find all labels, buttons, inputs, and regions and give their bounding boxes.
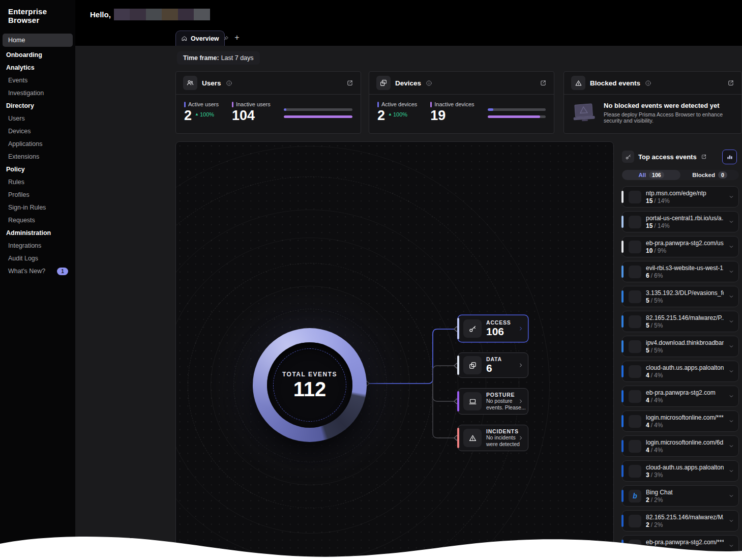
chevron-down-icon[interactable] [728,368,734,374]
sidebar-item-integrations[interactable]: Integrations [0,240,75,252]
blocked-count-badge: 0 [718,171,727,179]
sidebar-item-requests[interactable]: Requests [0,214,75,227]
incidents-label: INCIDENTS [486,428,513,434]
devices-card-title: Devices [395,79,421,87]
access-event-row[interactable]: eb-pra.panwpra-stg2.com/**** 2/2% [622,535,739,556]
chevron-down-icon[interactable] [728,293,734,300]
chevron-down-icon[interactable] [728,393,734,399]
users-icon [183,76,197,90]
chevron-down-icon[interactable] [728,543,734,549]
devices-card: Devices Active devices 2 ▲100% Inactive … [369,71,554,134]
sidebar-item-rules[interactable]: Rules [0,176,75,189]
sidebar-item-profiles[interactable]: Profiles [0,189,75,201]
sidebar-item-extensions[interactable]: Extensions [0,151,75,163]
node-access[interactable]: ACCESS 106 [458,315,528,342]
site-favicon [629,266,641,278]
users-ratio-bars [284,108,352,118]
chevron-down-icon[interactable] [728,269,734,275]
timeframe-label: Time frame: [183,54,219,62]
sidebar-item-investigation[interactable]: Investigation [0,87,75,100]
sidebar-section-directory: Directory [0,100,75,112]
sidebar-item-signin-rules[interactable]: Sign-in Rules [0,201,75,214]
chevron-right-icon [518,435,524,441]
info-icon[interactable] [226,80,232,86]
access-event-row[interactable]: b Bing Chat 2/2% [622,485,739,507]
new-tab-button[interactable]: + [231,32,243,44]
access-value: 106 [486,326,513,338]
chevron-down-icon[interactable] [728,468,734,474]
node-posture[interactable]: POSTURE No posture events. Please... [458,388,528,415]
sidebar-item-home[interactable]: Home [3,34,73,47]
access-event-row[interactable]: 3.135.192.3/DLP/evasions_fo... 5/5% [622,286,739,307]
key-icon [463,319,482,338]
sidebar-item-audit-logs[interactable]: Audit Logs [0,252,75,265]
total-events-label: TOTAL EVENTS [282,371,337,378]
access-label: ACCESS [486,319,513,326]
access-event-row[interactable]: cloud-auth.us.apps.paloaltone... 3/3% [622,460,739,482]
access-event-row[interactable]: eb-pra.panwpra-stg2.com/us... 10/9% [622,236,739,257]
chevron-right-icon [518,398,524,404]
sidebar-item-devices[interactable]: Devices [0,125,75,138]
timeframe-pill[interactable]: Time frame: Last 7 days [177,51,260,65]
info-icon[interactable] [426,80,432,86]
access-event-row[interactable]: 82.165.215.146/malwarez/P... 5/5% [622,311,739,332]
chevron-down-icon[interactable] [728,518,734,524]
greeting: Hello, [90,9,210,20]
sidebar-section-administration: Administration [0,227,75,240]
sidebar-item-users[interactable]: Users [0,112,75,125]
devices-ratio-bars [488,108,546,118]
chevron-down-icon[interactable] [728,443,734,449]
node-data[interactable]: DATA 6 [458,352,528,378]
info-icon[interactable] [645,80,651,86]
whats-new-label: What's New? [8,265,45,278]
access-event-row[interactable]: evil-rbi.s3-website-us-west-1... 6/6% [622,261,739,282]
blocked-subtext: Please deploy Prisma Access Browser to e… [604,111,734,124]
node-incidents[interactable]: INCIDENTS No incidents were detected [458,425,528,451]
site-favicon [629,340,641,353]
external-link-icon[interactable] [727,79,734,86]
chevron-down-icon[interactable] [728,318,734,325]
devices-icon [376,76,391,90]
chevron-down-icon[interactable] [728,194,734,200]
blocked-card-title: Blocked events [590,79,640,87]
access-event-row[interactable]: cloud-auth.us.apps.paloaltone... 4/4% [622,361,739,382]
sidebar-item-onboarding[interactable]: Onboarding [0,49,75,62]
site-favicon [629,440,641,453]
greeting-text: Hello, [90,10,111,19]
chevron-down-icon[interactable] [728,244,734,250]
sidebar-item-events[interactable]: Events [0,74,75,87]
total-events-donut[interactable]: TOTAL EVENTS 112 [253,328,367,442]
access-event-row[interactable]: portal-us-central1.rbi.io/us/a... 15/14% [622,211,739,232]
tab-all[interactable]: All 106 [622,170,680,180]
external-link-icon[interactable] [540,79,547,86]
access-event-row[interactable]: ntp.msn.com/edge/ntp 15/14% [622,186,739,208]
delta-up-icon: ▲ [388,112,392,116]
external-link-icon[interactable] [701,154,707,160]
chevron-down-icon[interactable] [728,343,734,349]
pin-icon[interactable] [223,35,229,42]
access-event-row[interactable]: ipv4.download.thinkbroadban... 5/5% [622,336,739,357]
sidebar-item-whats-new[interactable]: What's New? 1 [0,265,75,278]
tab-overview[interactable]: Overview [175,31,225,46]
data-copy-icon [463,356,482,374]
access-event-row[interactable]: 82.165.215.146/malwarez/M... 2/2% [622,510,739,532]
access-filter-tabs: All 106 Blocked 0 [622,170,739,180]
home-icon [181,35,188,42]
users-card: Users Active users 2 ▲100% Inactive user… [175,71,361,134]
sidebar-item-applications[interactable]: Applications [0,138,75,151]
access-event-row[interactable]: eb-pra.panwpra-stg2.com 4/4% [622,386,739,407]
chevron-right-icon [518,326,524,332]
chevron-down-icon[interactable] [728,219,734,225]
access-event-row[interactable]: login.microsoftonline.com/**** 4/4% [622,410,739,432]
chart-view-button[interactable] [722,150,737,164]
chevron-down-icon[interactable] [728,418,734,424]
external-link-icon[interactable] [346,79,353,86]
access-event-row[interactable]: login.microsoftonline.com/6d... 4/4% [622,435,739,457]
tab-blocked[interactable]: Blocked 0 [680,170,739,180]
chevron-down-icon[interactable] [728,493,734,499]
inactive-users-value: 104 [232,108,255,124]
access-events-list: ntp.msn.com/edge/ntp 15/14% portal-us-ce… [620,186,742,556]
site-favicon [629,540,641,552]
site-favicon [629,390,641,403]
laptop-illustration [571,103,598,123]
